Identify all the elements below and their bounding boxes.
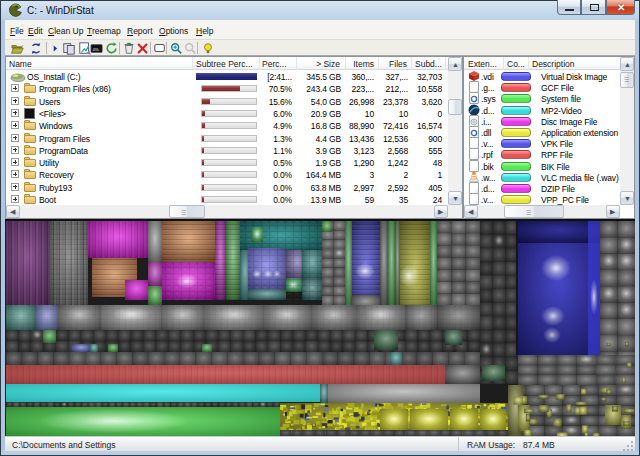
svg-text:0%: 0%	[93, 47, 99, 52]
